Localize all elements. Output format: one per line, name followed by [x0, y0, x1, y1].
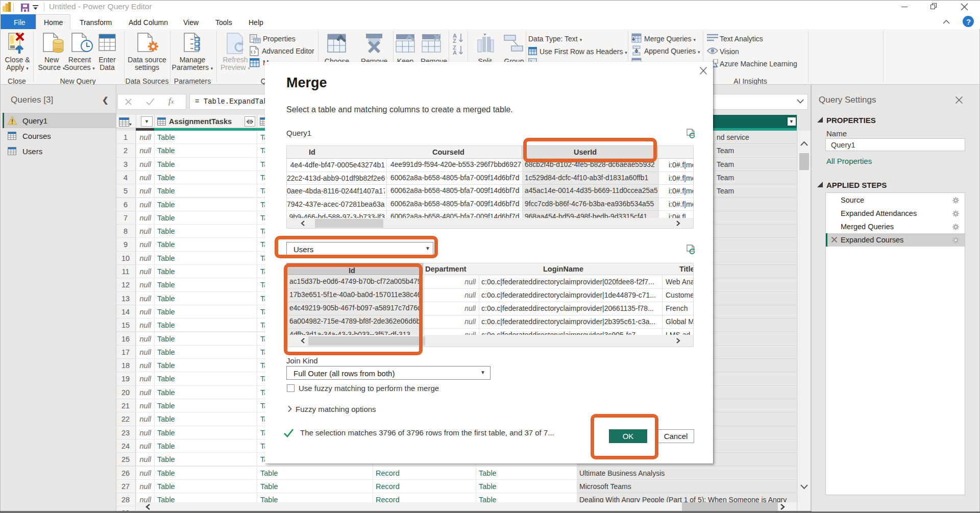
svg-text:A: A — [453, 50, 457, 56]
svg-text:Z: Z — [453, 38, 456, 44]
